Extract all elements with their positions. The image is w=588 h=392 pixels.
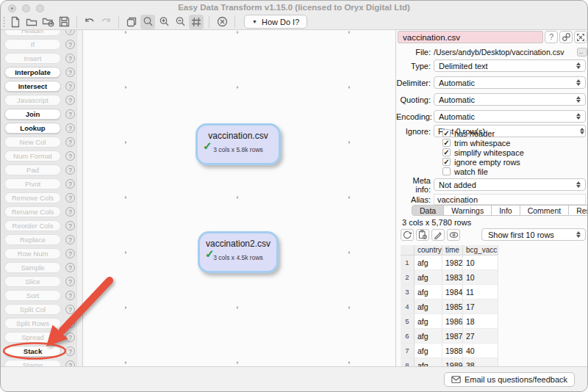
help-icon[interactable]: ? [65,277,75,286]
sidebar-item-header[interactable]: Header [4,30,61,36]
tab-data[interactable]: Data [412,205,444,216]
how-do-i-button[interactable]: ▼ How Do I? [244,15,307,29]
undo-button[interactable] [82,15,97,29]
sidebar-item-slice[interactable]: Slice [4,276,61,287]
save-button[interactable] [57,15,71,29]
help-icon[interactable]: ? [65,54,75,63]
sidebar-item-if[interactable]: If [4,39,61,50]
zoom-tool-button[interactable] [140,15,155,29]
show-rows-popup[interactable]: Show first 10 rows [481,228,586,241]
sidebar-item-pivot[interactable]: Pivot [4,178,61,189]
sidebar-item-reorder-cols[interactable]: Reorder Cols [4,220,61,231]
open-recent-button[interactable] [40,15,55,29]
tab-results[interactable]: Results [568,205,588,216]
tab-comment[interactable]: Comment [520,205,570,216]
refresh-button[interactable] [401,229,414,241]
sidebar-item-javascript[interactable]: Javascript [4,95,61,106]
checkbox-icon[interactable]: ✓ [442,148,451,156]
help-icon[interactable]: ? [65,305,75,314]
sidebar-item-num-format[interactable]: Num Format [4,150,61,161]
help-icon[interactable]: ? [65,30,75,35]
encoding--popup[interactable]: Automatic [434,110,586,123]
help-icon[interactable]: ? [65,109,75,119]
help-icon[interactable]: ? [65,165,75,175]
link-button[interactable] [559,31,573,43]
help-icon[interactable]: ? [65,221,75,231]
help-icon[interactable]: ? [65,193,75,203]
cancel-button[interactable] [215,15,229,29]
checkbox-simplify-whitespace[interactable]: ✓simplify whitespace [442,148,524,157]
sidebar-item-sort[interactable]: Sort [4,290,61,301]
duplicate-button[interactable] [124,15,139,29]
sidebar-item-replace[interactable]: Replace [4,234,61,245]
sidebar-item-split-col[interactable]: Split Col [4,304,61,315]
open-file-button[interactable] [24,15,39,29]
sidebar-item-stack[interactable]: Stack [4,346,61,357]
checkbox-icon[interactable]: ✓ [442,139,451,147]
quoting--popup[interactable]: Automatic [434,93,586,106]
sidebar-item-remove-cols[interactable]: Remove Cols [4,192,61,203]
alias-field[interactable]: vaccination [434,194,586,205]
copy-button[interactable] [416,229,429,241]
toggle-grid-button[interactable] [189,15,204,29]
help-icon[interactable]: ? [65,346,75,356]
toolbar-drag-handle[interactable] [3,16,5,28]
preview-button[interactable] [447,229,460,241]
node-name-field[interactable]: vaccination.csv [398,31,543,43]
zoom-out-button[interactable] [173,15,187,29]
stepper-arrows-icon[interactable] [579,127,585,135]
checkbox-watch-file[interactable]: watch file [442,167,524,176]
meta-info-popup[interactable]: Not added [434,178,586,191]
node-vaccination2-csv[interactable]: ✓ vaccination2.csv 3 cols x 4.5k rows [198,231,279,273]
sidebar-item-lookup[interactable]: Lookup [4,123,61,134]
help-icon[interactable]: ? [65,333,75,342]
help-icon[interactable]: ? [65,123,75,133]
edit-button[interactable] [431,229,445,241]
sidebar-item-rename-cols[interactable]: Rename Cols [4,206,61,217]
expand-button[interactable] [574,31,587,43]
help-icon[interactable]: ? [65,207,75,217]
flow-canvas[interactable]: ✓ vaccination.csv 3 cols x 5.8k rows ✓ v… [83,30,395,368]
redo-button[interactable] [98,15,113,29]
sidebar-item-insert[interactable]: Insert [4,53,61,64]
help-icon[interactable]: ? [65,137,75,147]
help-icon[interactable]: ? [65,40,75,49]
browse-button[interactable]: .. [577,48,587,57]
sidebar-scrollbar-gutter[interactable] [76,30,82,368]
sidebar-item-join[interactable]: Join [4,109,61,120]
sidebar-item-new-col[interactable]: New Col [4,137,61,148]
type--popup[interactable]: Delimited text [434,59,586,72]
help-icon[interactable]: ? [65,68,75,77]
email-feedback-button[interactable]: Email us questions/feedback [444,372,575,387]
help-icon[interactable]: ? [65,291,75,300]
sidebar-item-split-rows[interactable]: Split Rows [4,318,61,329]
checkbox-icon[interactable]: ✓ [442,158,451,166]
tab-info[interactable]: Info [491,205,520,216]
help-icon[interactable]: ? [65,151,75,161]
checkbox-icon[interactable]: ✓ [442,129,451,137]
help-icon[interactable]: ? [65,319,75,328]
file-row: File: /Users/andyb/Desktop/vaccination.c… [396,46,587,57]
checkbox-has-header[interactable]: ✓has header [442,128,524,138]
help-icon[interactable]: ? [65,263,75,272]
help-icon[interactable]: ? [65,81,75,91]
delimiter--popup[interactable]: Automatic [434,76,586,89]
new-file-button[interactable] [8,15,23,29]
help-icon[interactable]: ? [65,249,75,258]
sidebar-item-spread[interactable]: Spread [4,332,61,343]
tab-warnings[interactable]: Warnings [443,205,492,216]
sidebar-item-row-num[interactable]: Row Num [4,248,61,259]
sidebar-item-interpolate[interactable]: Interpolate [4,67,61,78]
help-icon[interactable]: ? [65,235,75,244]
checkbox-icon[interactable] [442,167,451,175]
sidebar-item-sample[interactable]: Sample [4,262,61,273]
help-icon[interactable]: ? [65,95,75,105]
help-icon[interactable]: ? [65,179,75,189]
node-vaccination-csv[interactable]: ✓ vaccination.csv 3 cols x 5.8k rows [196,123,281,165]
sidebar-item-pad[interactable]: Pad [4,164,61,175]
help-button[interactable]: ? [545,31,558,43]
sidebar-item-intersect[interactable]: Intersect [4,81,61,92]
checkbox-ignore-empty-rows[interactable]: ✓ignore empty rows [442,157,524,167]
checkbox-trim-whitespace[interactable]: ✓trim whitespace [442,138,524,148]
zoom-in-button[interactable] [157,15,171,29]
